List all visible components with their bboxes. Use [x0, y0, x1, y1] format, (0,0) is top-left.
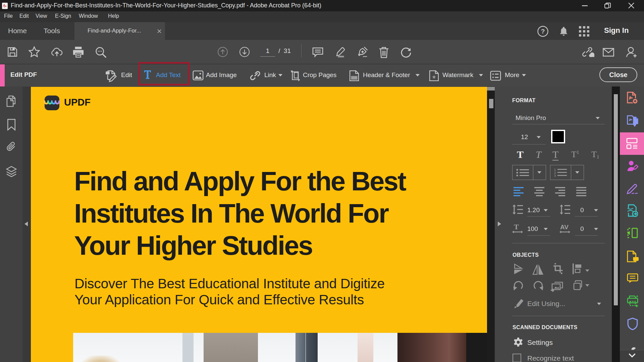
svg-text:3: 3	[554, 174, 556, 177]
svg-text:AV: AV	[560, 224, 569, 231]
svg-text:?: ?	[541, 28, 545, 35]
svg-text:T: T	[514, 223, 519, 231]
